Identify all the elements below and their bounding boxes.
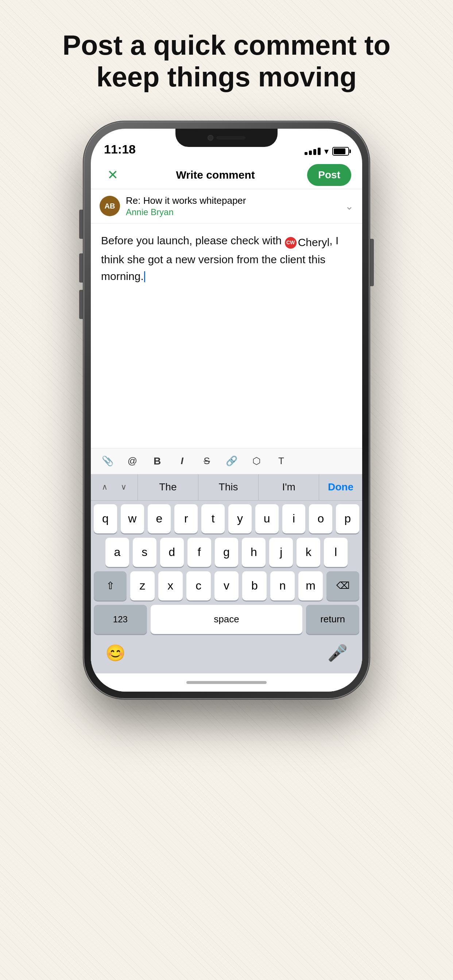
microphone-button[interactable]: 🎤 — [327, 643, 348, 662]
backspace-key[interactable]: ⌫ — [327, 571, 359, 600]
key-n[interactable]: n — [270, 571, 295, 600]
numbers-key[interactable]: 123 — [94, 605, 147, 634]
key-b[interactable]: b — [242, 571, 266, 600]
keyboard-area: ∧ ∨ The This I'm Done — [91, 474, 362, 673]
key-row-1: q w e r t y u i o p — [94, 504, 359, 533]
key-h[interactable]: h — [242, 538, 266, 567]
key-j[interactable]: j — [269, 538, 293, 567]
key-r[interactable]: r — [174, 504, 198, 533]
key-g[interactable]: g — [215, 538, 239, 567]
key-s[interactable]: s — [133, 538, 156, 567]
speaker — [216, 136, 246, 140]
home-indicator — [91, 673, 362, 692]
key-f[interactable]: f — [187, 538, 211, 567]
battery-icon — [332, 147, 349, 156]
space-key[interactable]: space — [151, 605, 302, 634]
signal-icon — [305, 148, 321, 155]
mention-button[interactable]: @ — [123, 452, 142, 471]
strikethrough-button[interactable]: S — [197, 452, 216, 471]
comment-editor[interactable]: Before you launch, please check with CWC… — [91, 223, 362, 448]
paint-bucket-button[interactable]: ⬡ — [247, 452, 266, 471]
key-k[interactable]: k — [297, 538, 320, 567]
camera — [207, 135, 214, 141]
phone-screen: 11:18 ▾ — [91, 129, 362, 692]
key-v[interactable]: v — [214, 571, 239, 600]
page-title: Post a quick comment to keep things movi… — [26, 0, 427, 115]
nav-bar: ✕ Write comment Post — [91, 162, 362, 189]
nav-title: Write comment — [124, 169, 307, 181]
autocomplete-nav: ∧ ∨ — [91, 474, 138, 500]
key-m[interactable]: m — [298, 571, 323, 600]
thread-subject: Re: How it works whitepaper — [126, 195, 345, 206]
status-time: 11:18 — [104, 142, 136, 156]
editor-toolbar: 📎 @ B I S 🔗 ⬡ T — [91, 448, 362, 474]
mention-badge: CWCheryl — [285, 234, 330, 251]
key-i[interactable]: i — [282, 504, 306, 533]
suggestion-im[interactable]: I'm — [258, 474, 319, 500]
key-row-3: ⇧ z x c v b n m ⌫ — [94, 571, 359, 600]
key-row-2: a s d f g h j k l — [94, 538, 359, 567]
mention-name: Cheryl — [298, 234, 330, 251]
key-a[interactable]: a — [105, 538, 129, 567]
avatar: AB — [100, 196, 120, 216]
post-button[interactable]: Post — [307, 164, 351, 186]
notch — [175, 129, 278, 147]
mention-avatar: CW — [285, 237, 297, 249]
key-t[interactable]: t — [201, 504, 225, 533]
key-o[interactable]: o — [309, 504, 332, 533]
autocomplete-prev-button[interactable]: ∧ — [98, 479, 111, 495]
keyboard-keys: q w e r t y u i o p a — [91, 501, 362, 634]
home-bar — [187, 681, 266, 684]
key-p[interactable]: p — [336, 504, 359, 533]
keyboard-bottom: 😊 🎤 — [91, 638, 362, 673]
thread-author: Annie Bryan — [126, 207, 345, 217]
suggestion-this[interactable]: This — [198, 474, 259, 500]
link-button[interactable]: 🔗 — [222, 452, 241, 471]
key-z[interactable]: z — [130, 571, 155, 600]
text-cursor — [144, 271, 145, 282]
comment-text-before: Before you launch, please check with — [101, 234, 285, 247]
italic-button[interactable]: I — [172, 452, 191, 471]
phone-mockup: 11:18 ▾ — [84, 122, 369, 698]
autocomplete-next-button[interactable]: ∨ — [117, 479, 130, 495]
key-d[interactable]: d — [160, 538, 184, 567]
thread-info: Re: How it works whitepaper Annie Bryan — [126, 195, 345, 217]
key-e[interactable]: e — [148, 504, 171, 533]
phone-shell: 11:18 ▾ — [84, 122, 369, 698]
close-button[interactable]: ✕ — [102, 167, 124, 183]
autocomplete-suggestions: The This I'm — [138, 474, 319, 500]
autocomplete-row: ∧ ∨ The This I'm Done — [91, 474, 362, 501]
key-y[interactable]: y — [228, 504, 252, 533]
key-u[interactable]: u — [255, 504, 279, 533]
done-button[interactable]: Done — [319, 474, 362, 500]
attachment-button[interactable]: 📎 — [98, 452, 117, 471]
return-key[interactable]: return — [306, 605, 359, 634]
chevron-down-icon[interactable]: ⌄ — [345, 200, 353, 212]
wifi-icon: ▾ — [324, 146, 329, 156]
key-q[interactable]: q — [94, 504, 117, 533]
suggestion-the[interactable]: The — [138, 474, 198, 500]
key-w[interactable]: w — [121, 504, 144, 533]
key-l[interactable]: l — [324, 538, 348, 567]
status-icons: ▾ — [305, 146, 349, 156]
comment-text: Before you launch, please check with CWC… — [101, 232, 352, 285]
thread-reference[interactable]: AB Re: How it works whitepaper Annie Bry… — [91, 189, 362, 223]
text-size-button[interactable]: T — [272, 452, 291, 471]
key-x[interactable]: x — [158, 571, 183, 600]
bold-button[interactable]: B — [148, 452, 167, 471]
key-c[interactable]: c — [187, 571, 211, 600]
shift-key[interactable]: ⇧ — [94, 571, 126, 600]
key-row-4: 123 space return — [94, 605, 359, 634]
emoji-button[interactable]: 😊 — [105, 643, 126, 662]
